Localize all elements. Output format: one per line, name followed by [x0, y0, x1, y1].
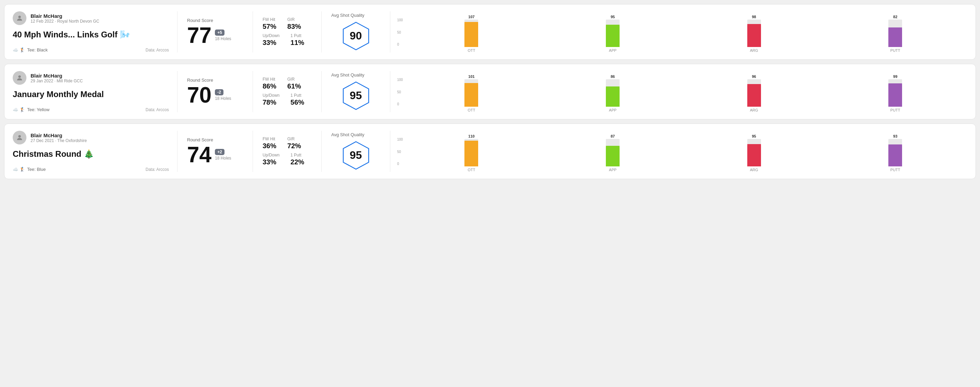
tee-label: Tee: Blue [27, 167, 46, 172]
putt1-stat: 1 Putt 11% [290, 33, 304, 47]
tee-info: ☁️ 🏌️ Tee: Black Data: Arccos [13, 48, 169, 52]
player-info: Blair McHarg 29 Jan 2022 · Mill Ride GCC [13, 71, 169, 85]
bar-group-putt: 99 PUTT [829, 75, 962, 112]
hexagon: 95 [340, 80, 371, 111]
player-name: Blair McHarg [30, 13, 99, 19]
bar-group-putt: 82 PUTT [829, 15, 962, 52]
bar-group-ott: 110 OTT [405, 134, 538, 172]
golf-icon: 🏌️ [19, 107, 25, 112]
data-source: Data: Arccos [146, 167, 169, 172]
fw-hit-stat: FW Hit 57% [262, 17, 276, 30]
card-score: Round Score 77 +5 18 Holes [177, 11, 253, 52]
card-quality: Avg Shot Quality 95 [321, 131, 390, 172]
quality-label: Avg Shot Quality [331, 72, 364, 78]
bar-group-app: 86 APP [546, 75, 679, 112]
card-stats: FW Hit 86% GIR 61% Up/Down 78% 1 Putt [253, 71, 321, 112]
tee-info: ☁️ 🏌️ Tee: Blue Data: Arccos [13, 167, 169, 172]
score-badge: +2 [215, 149, 224, 155]
card-left: Blair McHarg 29 Jan 2022 · Mill Ride GCC… [13, 71, 177, 112]
player-name: Blair McHarg [30, 132, 87, 138]
svg-point-0 [18, 16, 21, 18]
player-date: 27 Dec 2021 · The Oxfordshire [30, 138, 87, 143]
score-big: 70 [187, 84, 212, 106]
card-score: Round Score 74 +2 18 Holes [177, 131, 253, 172]
quality-label: Avg Shot Quality [331, 132, 364, 137]
player-info: Blair McHarg 27 Dec 2021 · The Oxfordshi… [13, 131, 169, 144]
bar-group-ott: 107 OTT [405, 15, 538, 52]
card-left: Blair McHarg 27 Dec 2021 · The Oxfordshi… [13, 131, 177, 172]
fw-hit-stat: FW Hit 86% [262, 77, 276, 90]
card-quality: Avg Shot Quality 95 [321, 71, 390, 112]
player-date: 12 Feb 2022 · Royal North Devon GC [30, 19, 99, 24]
avatar [13, 131, 26, 144]
bar-group-ott: 101 OTT [405, 75, 538, 112]
bar-group-arg: 96 ARG [687, 75, 821, 112]
cloud-icon: ☁️ [13, 48, 18, 52]
card-chart: 100500 107 OTT 95 APP 98 [390, 11, 967, 52]
bar-group-arg: 98 ARG [687, 15, 821, 52]
updown-stat: Up/Down 33% [262, 153, 279, 166]
tee-info: ☁️ 🏌️ Tee: Yellow Data: Arccos [13, 107, 169, 112]
bar-group-app: 95 APP [546, 15, 679, 52]
golf-icon: 🏌️ [19, 48, 25, 52]
card-stats: FW Hit 36% GIR 72% Up/Down 33% 1 Putt [253, 131, 321, 172]
holes-label: 18 Holes [215, 156, 231, 160]
bar-group-putt: 93 PUTT [829, 134, 962, 172]
tee-label: Tee: Black [27, 48, 48, 52]
round-score-label: Round Score [187, 137, 243, 143]
putt1-stat: 1 Putt 22% [290, 153, 304, 166]
svg-point-2 [18, 76, 21, 78]
score-badge: +5 [215, 30, 224, 36]
card-left: Blair McHarg 12 Feb 2022 · Royal North D… [13, 11, 177, 52]
hexagon: 90 [340, 21, 371, 51]
gir-stat: GIR 83% [287, 17, 301, 30]
golf-icon: 🏌️ [19, 167, 25, 172]
avatar [13, 71, 26, 85]
avatar [13, 11, 26, 25]
round-card: Blair McHarg 12 Feb 2022 · Royal North D… [4, 4, 976, 60]
updown-stat: Up/Down 78% [262, 93, 279, 106]
data-source: Data: Arccos [146, 107, 169, 112]
card-chart: 100500 101 OTT 86 APP 96 [390, 71, 967, 112]
score-badge: -2 [215, 89, 223, 95]
svg-point-4 [18, 135, 21, 138]
player-date: 29 Jan 2022 · Mill Ride GCC [30, 79, 83, 83]
card-quality: Avg Shot Quality 90 [321, 11, 390, 52]
player-name: Blair McHarg [30, 73, 83, 79]
quality-label: Avg Shot Quality [331, 13, 364, 18]
score-big: 77 [187, 24, 212, 46]
round-card: Blair McHarg 29 Jan 2022 · Mill Ride GCC… [4, 64, 976, 119]
data-source: Data: Arccos [146, 48, 169, 52]
tee-label: Tee: Yellow [27, 107, 49, 112]
round-title: January Monthly Medal [13, 90, 169, 99]
gir-stat: GIR 61% [287, 77, 301, 90]
fw-hit-stat: FW Hit 36% [262, 136, 276, 150]
card-stats: FW Hit 57% GIR 83% Up/Down 33% 1 Putt [253, 11, 321, 52]
card-chart: 100500 110 OTT 87 APP 95 [390, 131, 967, 172]
bar-group-app: 87 APP [546, 134, 679, 172]
cloud-icon: ☁️ [13, 107, 18, 112]
gir-stat: GIR 72% [287, 136, 301, 150]
hexagon: 95 [340, 140, 371, 171]
round-card: Blair McHarg 27 Dec 2021 · The Oxfordshi… [4, 124, 976, 179]
holes-label: 18 Holes [215, 96, 231, 101]
holes-label: 18 Holes [215, 36, 231, 41]
card-score: Round Score 70 -2 18 Holes [177, 71, 253, 112]
player-info: Blair McHarg 12 Feb 2022 · Royal North D… [13, 11, 169, 25]
round-title: 40 Mph Winds... Links Golf 🌬️ [13, 30, 169, 40]
score-big: 74 [187, 144, 212, 166]
updown-stat: Up/Down 33% [262, 33, 279, 47]
round-score-label: Round Score [187, 78, 243, 82]
bar-group-arg: 95 ARG [687, 134, 821, 172]
cloud-icon: ☁️ [13, 167, 18, 172]
putt1-stat: 1 Putt 56% [290, 93, 304, 106]
round-score-label: Round Score [187, 18, 243, 23]
round-title: Christmas Round 🎄 [13, 149, 169, 159]
